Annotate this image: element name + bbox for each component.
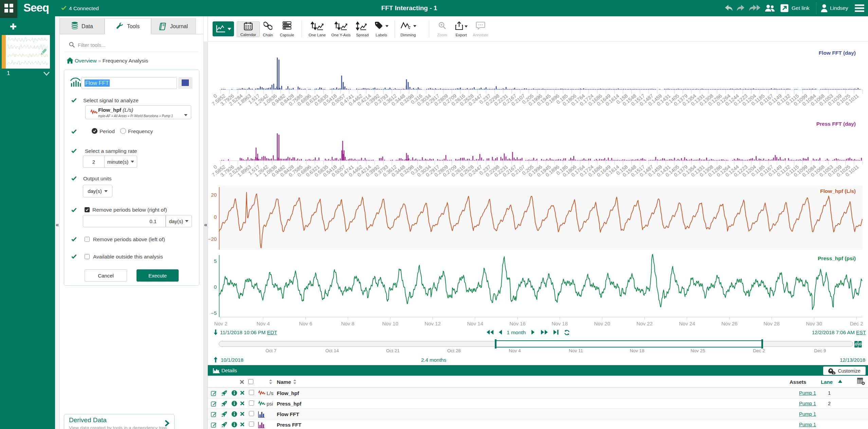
svg-text:−20: −20	[208, 236, 217, 242]
svg-text:−5: −5	[211, 310, 217, 316]
svg-text:20: 20	[211, 192, 217, 198]
svg-text:0: 0	[214, 214, 217, 220]
svg-text:0: 0	[214, 284, 217, 290]
svg-text:Press_hpf (psi): Press_hpf (psi)	[818, 255, 856, 261]
svg-text:Flow_hpf (L/s): Flow_hpf (L/s)	[820, 188, 856, 194]
svg-text:Flow FFT (day): Flow FFT (day)	[819, 50, 856, 56]
svg-text:5: 5	[214, 258, 217, 264]
svg-text:Press FFT (day): Press FFT (day)	[816, 121, 856, 127]
